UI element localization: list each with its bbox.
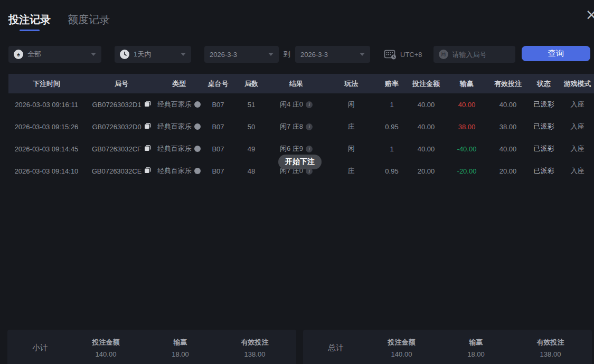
cell-game-mode: 入座: [561, 166, 594, 176]
timezone-indicator: UTC+8: [384, 49, 422, 60]
cell-play: 庄: [326, 122, 376, 131]
subtotal-winloss: 输赢 18.00: [143, 338, 218, 358]
copy-icon[interactable]: [144, 100, 151, 109]
date-to-dropdown[interactable]: 2026-3-3: [295, 46, 370, 63]
cell-odds: 0.95: [376, 123, 408, 131]
tab-quota-records-label: 额度记录: [68, 14, 110, 25]
cell-table-no: B07: [200, 123, 237, 131]
cell-play: 庄: [326, 166, 376, 176]
titlebar: 投注记录 额度记录 ×: [0, 0, 594, 37]
round-icon: 局: [439, 50, 448, 59]
total-panel: 总计 投注金额 140.00 输赢 18.00 有效投注 138.00: [303, 330, 592, 364]
chevron-down-icon: [360, 53, 365, 56]
cell-type: 经典百家乐: [158, 166, 200, 176]
total-winloss: 输赢 18.00: [439, 338, 513, 358]
cell-status: 已派彩: [527, 144, 561, 154]
col-valid-bet: 有效投注: [489, 79, 527, 89]
col-status: 状态: [527, 79, 561, 89]
col-table-no: 桌台号: [200, 79, 237, 89]
cell-round-id: GB07263032D1: [84, 100, 158, 109]
cell-bet-amount: 20.00: [408, 167, 445, 175]
game-type-value: 全部: [27, 50, 41, 59]
cell-bet-time: 2026-03-03 09:15:26: [8, 123, 84, 131]
subtotal-valid-bet: 有效投注 138.00: [218, 338, 292, 358]
col-round-count: 局数: [237, 79, 266, 89]
subtotal-bet-amount: 投注金额 140.00: [69, 338, 143, 358]
cell-table-no: B07: [200, 167, 237, 175]
cell-type: 经典百家乐: [158, 100, 200, 109]
total-label: 总计: [307, 343, 364, 353]
total-valid-bet: 有效投注 138.00: [513, 338, 588, 358]
cell-valid-bet: 20.00: [489, 167, 527, 175]
date-to-value: 2026-3-3: [300, 51, 328, 59]
subtotal-panel: 小计 投注金额 140.00 输赢 18.00 有效投注 138.00: [7, 330, 296, 364]
cell-round-id: GB07263032D0: [84, 122, 158, 131]
cell-bet-amount: 40.00: [408, 145, 445, 153]
cell-play: 闲: [326, 144, 376, 154]
cell-table-no: B07: [200, 101, 237, 109]
round-search-input[interactable]: [452, 51, 510, 59]
tab-bet-records[interactable]: 投注记录: [8, 13, 51, 33]
info-icon[interactable]: i: [306, 146, 313, 152]
tab-active-underline: [20, 30, 40, 31]
cell-winloss: 40.00: [445, 101, 489, 109]
calendar-clock-icon[interactable]: [384, 49, 397, 60]
date-to-label: 到: [284, 50, 290, 59]
col-round-id: 局号: [84, 79, 158, 89]
col-play: 玩法: [326, 79, 376, 89]
total-bet-amount: 投注金额 140.00: [364, 338, 439, 358]
cell-round-count: 51: [237, 101, 266, 109]
cell-status: 已派彩: [527, 100, 561, 109]
cell-winloss: 38.00: [445, 123, 489, 131]
cell-status: 已派彩: [527, 122, 561, 131]
col-bet-time: 下注时间: [8, 79, 84, 89]
cell-bet-time: 2026-03-03 09:14:45: [8, 145, 84, 153]
info-icon[interactable]: i: [306, 101, 313, 108]
start-betting-toast: 开始下注: [278, 155, 322, 169]
time-range-value: 1天内: [134, 50, 151, 59]
table-row: 2026-03-03 09:16:11 GB07263032D1 经典百家乐 B…: [8, 93, 594, 116]
subtotal-label: 小计: [12, 343, 69, 353]
cell-play: 闲: [326, 100, 376, 109]
cell-round-id: GB07263032CE: [84, 167, 158, 175]
cell-odds: 1: [376, 101, 408, 109]
col-type: 类型: [158, 79, 200, 89]
cell-result: 闲7 庄8 i: [266, 122, 326, 131]
copy-icon[interactable]: [144, 167, 151, 175]
chevron-down-icon: [181, 53, 186, 56]
chevron-down-icon: [268, 53, 274, 56]
cell-type: 经典百家乐: [158, 122, 200, 131]
table-row: 2026-03-03 09:15:26 GB07263032D0 经典百家乐 B…: [8, 116, 594, 138]
cell-odds: 1: [376, 145, 408, 153]
cell-result: 闲4 庄0 i: [266, 100, 326, 109]
col-game-mode: 游戏模式: [561, 79, 594, 89]
cell-valid-bet: 40.00: [489, 101, 527, 109]
cell-game-mode: 入座: [561, 100, 594, 109]
copy-icon[interactable]: [144, 122, 151, 131]
chevron-down-icon: [91, 53, 96, 56]
col-result: 结果: [266, 79, 326, 89]
time-range-dropdown[interactable]: 1天内: [115, 46, 191, 63]
cell-bet-time: 2026-03-03 09:16:11: [8, 101, 84, 109]
summary-row: 小计 投注金额 140.00 输赢 18.00 有效投注 138.00 总计 投…: [7, 330, 592, 364]
tab-bet-records-label: 投注记录: [8, 14, 51, 25]
cell-bet-amount: 40.00: [408, 123, 445, 131]
cell-game-mode: 入座: [561, 144, 594, 154]
date-from-value: 2026-3-3: [210, 51, 237, 59]
cell-game-mode: 入座: [561, 122, 594, 131]
cell-table-no: B07: [200, 145, 237, 153]
game-type-dropdown[interactable]: ♠ 全部: [8, 46, 101, 63]
round-search-field: 局: [433, 46, 515, 63]
close-icon[interactable]: ×: [586, 7, 594, 22]
cell-winloss: -20.00: [445, 167, 489, 175]
query-button[interactable]: 查询: [522, 46, 590, 61]
cell-round-count: 48: [237, 167, 266, 175]
col-bet-amount: 投注金额: [408, 79, 445, 89]
cell-round-count: 49: [237, 145, 266, 153]
table-header: 下注时间 局号 类型 桌台号 局数 结果 玩法 赔率 投注金额 输赢 有效投注 …: [8, 74, 594, 93]
date-from-dropdown[interactable]: 2026-3-3: [204, 46, 279, 63]
copy-icon[interactable]: [144, 145, 151, 153]
info-icon[interactable]: i: [306, 123, 313, 130]
tab-quota-records[interactable]: 额度记录: [68, 13, 110, 33]
cell-valid-bet: 40.00: [489, 145, 527, 153]
